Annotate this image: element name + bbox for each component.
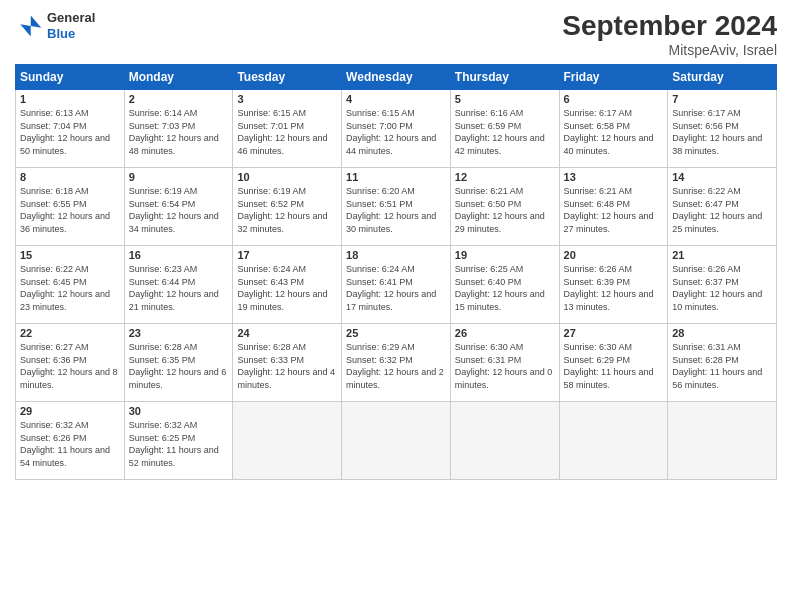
day-empty [233, 402, 342, 480]
svg-marker-0 [20, 15, 41, 36]
calendar-table: Sunday Monday Tuesday Wednesday Thursday… [15, 64, 777, 480]
day-13: 13Sunrise: 6:21 AMSunset: 6:48 PMDayligh… [559, 168, 668, 246]
logo: General Blue [15, 10, 95, 41]
day-27: 27Sunrise: 6:30 AMSunset: 6:29 PMDayligh… [559, 324, 668, 402]
day-18: 18Sunrise: 6:24 AMSunset: 6:41 PMDayligh… [342, 246, 451, 324]
header-monday: Monday [124, 65, 233, 90]
day-24: 24Sunrise: 6:28 AMSunset: 6:33 PMDayligh… [233, 324, 342, 402]
month-title: September 2024 [562, 10, 777, 42]
day-14: 14Sunrise: 6:22 AMSunset: 6:47 PMDayligh… [668, 168, 777, 246]
day-17: 17Sunrise: 6:24 AMSunset: 6:43 PMDayligh… [233, 246, 342, 324]
header: General Blue September 2024 MitspeAviv, … [15, 10, 777, 58]
day-21: 21Sunrise: 6:26 AMSunset: 6:37 PMDayligh… [668, 246, 777, 324]
day-9: 9Sunrise: 6:19 AMSunset: 6:54 PMDaylight… [124, 168, 233, 246]
day-25: 25Sunrise: 6:29 AMSunset: 6:32 PMDayligh… [342, 324, 451, 402]
header-thursday: Thursday [450, 65, 559, 90]
calendar-container: General Blue September 2024 MitspeAviv, … [0, 0, 792, 490]
location: MitspeAviv, Israel [562, 42, 777, 58]
day-22: 22Sunrise: 6:27 AMSunset: 6:36 PMDayligh… [16, 324, 125, 402]
day-23: 23Sunrise: 6:28 AMSunset: 6:35 PMDayligh… [124, 324, 233, 402]
weekday-header-row: Sunday Monday Tuesday Wednesday Thursday… [16, 65, 777, 90]
day-19: 19Sunrise: 6:25 AMSunset: 6:40 PMDayligh… [450, 246, 559, 324]
day-5: 5Sunrise: 6:16 AMSunset: 6:59 PMDaylight… [450, 90, 559, 168]
day-28: 28Sunrise: 6:31 AMSunset: 6:28 PMDayligh… [668, 324, 777, 402]
day-11: 11Sunrise: 6:20 AMSunset: 6:51 PMDayligh… [342, 168, 451, 246]
day-8: 8Sunrise: 6:18 AMSunset: 6:55 PMDaylight… [16, 168, 125, 246]
title-section: September 2024 MitspeAviv, Israel [562, 10, 777, 58]
header-sunday: Sunday [16, 65, 125, 90]
day-16: 16Sunrise: 6:23 AMSunset: 6:44 PMDayligh… [124, 246, 233, 324]
day-1: 1Sunrise: 6:13 AMSunset: 7:04 PMDaylight… [16, 90, 125, 168]
header-wednesday: Wednesday [342, 65, 451, 90]
day-20: 20Sunrise: 6:26 AMSunset: 6:39 PMDayligh… [559, 246, 668, 324]
day-6: 6Sunrise: 6:17 AMSunset: 6:58 PMDaylight… [559, 90, 668, 168]
logo-text: General Blue [47, 10, 95, 41]
day-2: 2Sunrise: 6:14 AMSunset: 7:03 PMDaylight… [124, 90, 233, 168]
logo-icon [15, 12, 43, 40]
day-7: 7Sunrise: 6:17 AMSunset: 6:56 PMDaylight… [668, 90, 777, 168]
logo-line1: General [47, 10, 95, 26]
day-15: 15Sunrise: 6:22 AMSunset: 6:45 PMDayligh… [16, 246, 125, 324]
day-12: 12Sunrise: 6:21 AMSunset: 6:50 PMDayligh… [450, 168, 559, 246]
day-30: 30Sunrise: 6:32 AMSunset: 6:25 PMDayligh… [124, 402, 233, 480]
header-friday: Friday [559, 65, 668, 90]
day-10: 10Sunrise: 6:19 AMSunset: 6:52 PMDayligh… [233, 168, 342, 246]
day-26: 26Sunrise: 6:30 AMSunset: 6:31 PMDayligh… [450, 324, 559, 402]
day-empty [559, 402, 668, 480]
header-saturday: Saturday [668, 65, 777, 90]
day-3: 3Sunrise: 6:15 AMSunset: 7:01 PMDaylight… [233, 90, 342, 168]
day-4: 4Sunrise: 6:15 AMSunset: 7:00 PMDaylight… [342, 90, 451, 168]
day-empty [342, 402, 451, 480]
day-empty [450, 402, 559, 480]
logo-line2: Blue [47, 26, 95, 42]
day-empty [668, 402, 777, 480]
day-29: 29Sunrise: 6:32 AMSunset: 6:26 PMDayligh… [16, 402, 125, 480]
header-tuesday: Tuesday [233, 65, 342, 90]
